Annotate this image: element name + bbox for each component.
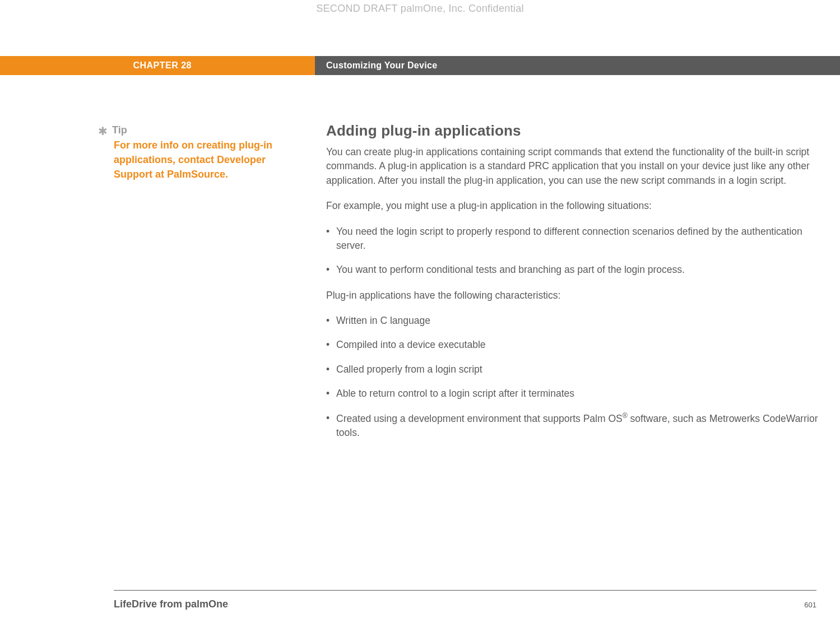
page-number: 601: [804, 601, 816, 609]
tip-star-icon: ✱: [98, 126, 108, 137]
list-item: Called properly from a login script: [326, 363, 830, 377]
characteristics-list: Written in C language Compiled into a de…: [326, 314, 830, 440]
footer-divider: [114, 590, 816, 591]
list-item: You need the login script to properly re…: [326, 225, 830, 253]
footer-product-name: LifeDrive from palmOne: [114, 598, 228, 610]
confidential-watermark: SECOND DRAFT palmOne, Inc. Confidential: [0, 3, 840, 15]
main-content: Adding plug-in applications You can crea…: [326, 122, 830, 451]
tip-body-text: For more info on creating plug-in applic…: [114, 138, 283, 182]
characteristics-intro: Plug-in applications have the following …: [326, 289, 830, 303]
section-heading: Adding plug-in applications: [326, 122, 830, 140]
list-item: You want to perform conditional tests an…: [326, 263, 830, 277]
list-item: Created using a development environment …: [326, 411, 830, 440]
situations-list: You need the login script to properly re…: [326, 225, 830, 277]
list-item: Written in C language: [326, 314, 830, 328]
tip-sidebar: ✱ Tip For more info on creating plug-in …: [98, 124, 283, 182]
chapter-number: CHAPTER 28: [0, 56, 315, 75]
intro-paragraph-2: For example, you might use a plug-in app…: [326, 199, 830, 213]
page-footer: LifeDrive from palmOne 601: [114, 598, 816, 610]
tip-label: Tip: [112, 124, 127, 136]
intro-paragraph-1: You can create plug-in applications cont…: [326, 145, 830, 188]
chapter-header-bar: CHAPTER 28 Customizing Your Device: [0, 56, 840, 75]
list-item: Able to return control to a login script…: [326, 387, 830, 401]
chapter-title: Customizing Your Device: [315, 56, 840, 75]
list-item: Compiled into a device executable: [326, 338, 830, 352]
